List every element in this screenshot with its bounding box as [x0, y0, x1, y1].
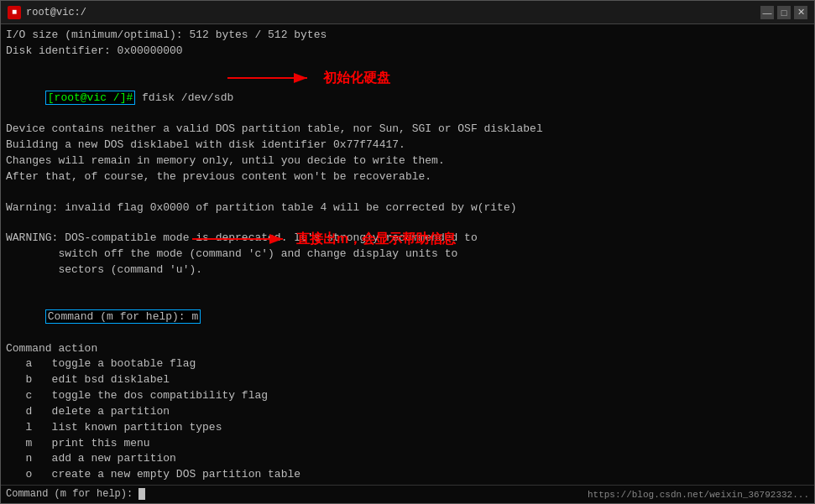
line-7: Changes will remain in memory only, unti… — [6, 153, 809, 169]
annotation-init: 初始化硬盘 — [227, 68, 390, 88]
line-blank-4 — [6, 278, 809, 294]
cmd-1: fdisk /dev/sdb — [135, 91, 233, 104]
statusbar-prompt-label: Command (m for help): — [6, 489, 138, 501]
annotation-help: 直接出m，会显示帮助信息 — [192, 229, 456, 249]
statusbar-command: Command (m for help): — [6, 488, 145, 500]
line-20: c toggle the dos compatibility flag — [6, 388, 809, 404]
line-23: m print this menu — [6, 436, 809, 452]
statusbar: Command (m for help): https://blog.csdn.… — [1, 485, 814, 503]
maximize-button[interactable]: □ — [777, 6, 791, 19]
line-1: I/O size (minimum/optimal): 512 bytes / … — [6, 28, 809, 44]
cursor — [138, 488, 145, 500]
line-cmd-input: Command (m for help): m — [6, 294, 809, 341]
line-26: p print the partition table — [6, 483, 809, 485]
annotation-init-text: 初始化硬盘 — [323, 70, 390, 87]
arrow-init-icon — [227, 68, 320, 88]
terminal-window: ■ root@vic:/ — □ ✕ I/O size (minimum/opt… — [0, 0, 815, 504]
line-22: l list known partition types — [6, 420, 809, 436]
close-button[interactable]: ✕ — [794, 6, 807, 19]
statusbar-url: https://blog.csdn.net/weixin_36792332... — [588, 490, 809, 500]
line-25: o create a new empty DOS partition table — [6, 467, 809, 483]
line-blank-2 — [6, 185, 809, 200]
line-18: a toggle a bootable flag — [6, 356, 809, 372]
line-24: n add a new partition — [6, 451, 809, 467]
line-10: Warning: invalid flag 0x0000 of partitio… — [6, 200, 809, 216]
line-4: [root@vic /]# fdisk /dev/sdb — [6, 75, 809, 122]
line-2: Disk identifier: 0x00000000 — [6, 44, 809, 60]
minimize-button[interactable]: — — [760, 6, 774, 19]
line-14: sectors (command 'u'). — [6, 262, 809, 278]
cmd-input-box: Command (m for help): m — [45, 309, 201, 324]
app-icon: ■ — [8, 6, 21, 19]
titlebar-left: ■ root@vic:/ — [8, 6, 86, 19]
line-13: switch off the mode (command 'c') and ch… — [6, 247, 809, 262]
line-6: Building a new DOS disklabel with disk i… — [6, 138, 809, 153]
line-21: d delete a partition — [6, 404, 809, 420]
window-controls[interactable]: — □ ✕ — [760, 6, 807, 19]
line-blank-1 — [6, 60, 809, 75]
prompt-1: [root@vic /]# — [45, 91, 135, 105]
annotation-help-text: 直接出m，会显示帮助信息 — [296, 231, 456, 248]
line-17: Command action — [6, 341, 809, 357]
terminal-body[interactable]: I/O size (minimum/optimal): 512 bytes / … — [1, 24, 814, 485]
window-title: root@vic:/ — [26, 7, 86, 18]
arrow-help-icon — [192, 229, 293, 249]
line-19: b edit bsd disklabel — [6, 372, 809, 388]
line-5: Device contains neither a valid DOS part… — [6, 122, 809, 138]
titlebar: ■ root@vic:/ — □ ✕ — [1, 1, 814, 24]
line-8: After that, of course, the previous cont… — [6, 169, 809, 185]
